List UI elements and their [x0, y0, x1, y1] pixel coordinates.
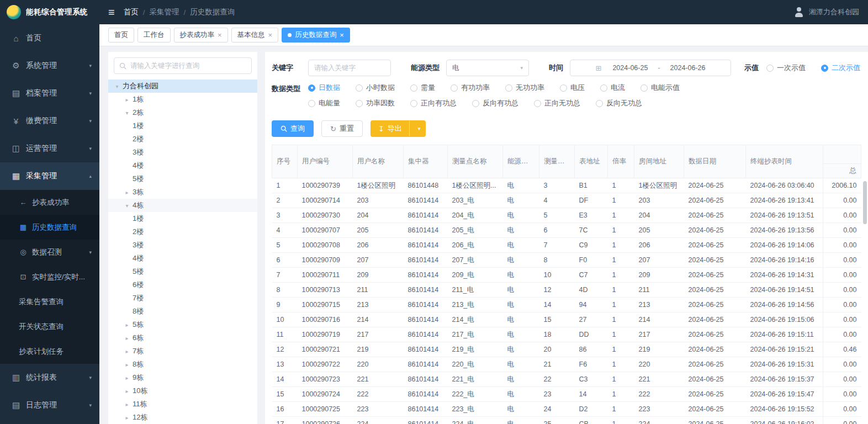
- chevron-right-icon[interactable]: ▸: [123, 322, 131, 328]
- sidebar-item-archive-mgmt[interactable]: ▤档案管理▾: [0, 80, 99, 107]
- table-row[interactable]: 4100029070720586101414205_电电67C12052024-…: [272, 223, 861, 238]
- sidebar-item-meter-read-rate[interactable]: ←抄表成功率: [0, 190, 99, 215]
- chevron-right-icon[interactable]: ▸: [123, 335, 131, 341]
- date-end-value[interactable]: 2024-06-26: [670, 64, 706, 72]
- tree-node[interactable]: 3楼: [108, 239, 257, 252]
- tree-node[interactable]: 6楼: [108, 278, 257, 292]
- table-row[interactable]: 110002907391楼公区照明861014481楼公区照明...电3B111…: [272, 178, 861, 193]
- sidebar-item-collection-alarm-query[interactable]: 采集告警查询: [0, 289, 99, 314]
- radio-forward-active-total[interactable]: 正向有功总: [410, 98, 457, 108]
- table-row[interactable]: 10100029071621486101414214_电电15271214202…: [272, 312, 861, 327]
- radio-forward-reactive-total[interactable]: 正向无功总: [534, 98, 580, 108]
- user-avatar-icon[interactable]: [793, 7, 805, 18]
- radio-day-data[interactable]: 日数据: [308, 83, 340, 93]
- tree-node[interactable]: 1楼: [108, 212, 257, 225]
- tree-node[interactable]: 2楼: [108, 225, 257, 239]
- breadcrumb-item[interactable]: 历史数据查询: [190, 7, 235, 17]
- tab-home[interactable]: 首页: [108, 28, 134, 43]
- sidebar-item-switch-status-query[interactable]: 开关状态查询: [0, 314, 99, 339]
- table-row[interactable]: 16100029072522386101414223_电电24D21223202…: [272, 402, 861, 417]
- table-row[interactable]: 12100029072121986101414219_电电20861219202…: [272, 342, 861, 357]
- chevron-right-icon[interactable]: ▸: [123, 97, 131, 103]
- tab-history-data-query[interactable]: 历史数据查询×: [282, 28, 350, 43]
- tree-node[interactable]: ▸1栋: [108, 93, 257, 106]
- sidebar-item-data-recall[interactable]: ◎数据召测▾: [0, 240, 99, 264]
- tree-node[interactable]: 3楼: [108, 146, 257, 159]
- tree-node[interactable]: ▸5栋: [108, 318, 257, 331]
- breadcrumb-item[interactable]: 首页: [124, 7, 139, 17]
- table-row[interactable]: 17100029072622486101414224_电电25CB1224202…: [272, 417, 861, 424]
- export-button[interactable]: ↧ 导出: [371, 121, 410, 136]
- date-range-picker[interactable]: ⊞ 2024-06-25 - 2024-06-26: [570, 60, 731, 76]
- sidebar-item-history-data-query[interactable]: ▦历史数据查询: [0, 215, 99, 240]
- sidebar-item-home[interactable]: ⌂首页: [0, 24, 99, 52]
- tree-node[interactable]: ▾力合科创园: [108, 80, 257, 93]
- table-row[interactable]: 5100029070820686101414206_电电7C912062024-…: [272, 238, 861, 253]
- radio-reverse-reactive-total[interactable]: 反向无功总: [596, 98, 642, 108]
- tree-node[interactable]: 7楼: [108, 292, 257, 305]
- tab-basic-info[interactable]: 基本信息×: [231, 28, 279, 43]
- tree-node[interactable]: ▾2栋: [108, 106, 257, 119]
- chevron-down-icon[interactable]: ▾: [123, 110, 131, 116]
- table-row[interactable]: 7100029071120986101414209_电电10C712092024…: [272, 268, 861, 283]
- radio-power-factor[interactable]: 功率因数: [356, 98, 395, 108]
- radio-hour-data[interactable]: 小时数据: [356, 83, 395, 93]
- sidebar-item-stats-report[interactable]: ▥统计报表▾: [0, 364, 99, 391]
- radio-active-power[interactable]: 有功功率: [451, 83, 490, 93]
- energy-type-select[interactable]: 电 ▾: [446, 60, 529, 76]
- user-name[interactable]: 湘潭力合科创园: [809, 7, 859, 17]
- date-start-value[interactable]: 2024-06-25: [612, 64, 648, 72]
- chevron-right-icon[interactable]: ▸: [123, 415, 131, 421]
- tree-node[interactable]: 2楼: [108, 132, 257, 146]
- tree-node[interactable]: ▸12栋: [108, 411, 257, 424]
- radio-primary-reading[interactable]: 一次示值: [766, 63, 806, 73]
- table-row[interactable]: 6100029070920786101414207_电电8F012072024-…: [272, 253, 861, 268]
- tree-node[interactable]: 5楼: [108, 172, 257, 186]
- reset-button[interactable]: ↻ 重置: [321, 120, 363, 137]
- tree-search-input[interactable]: [130, 62, 246, 70]
- sidebar-item-system-mgmt[interactable]: ⚙系统管理▾: [0, 52, 99, 80]
- tree-node[interactable]: ▸10栋: [108, 384, 257, 398]
- close-icon[interactable]: ×: [218, 31, 222, 39]
- tree-node[interactable]: ▸8栋: [108, 358, 257, 371]
- chevron-right-icon[interactable]: ▸: [123, 401, 131, 407]
- sidebar-item-collection-mgmt[interactable]: ▦采集管理▴: [0, 162, 99, 190]
- keyword-input[interactable]: [308, 60, 391, 76]
- tab-meter-read-rate[interactable]: 抄表成功率×: [174, 28, 228, 43]
- table-row[interactable]: 3100029073020486101414204_电电5E312042024-…: [272, 208, 861, 223]
- chevron-right-icon[interactable]: ▸: [123, 375, 131, 381]
- table-row[interactable]: 9100029071521386101414213_电电149412132024…: [272, 298, 861, 312]
- breadcrumb-item[interactable]: 采集管理: [149, 7, 179, 17]
- sidebar-item-log-mgmt[interactable]: ▤日志管理▾: [0, 391, 99, 419]
- sidebar-item-realtime-monitor[interactable]: ⊡实时监控/实时...: [0, 264, 99, 289]
- radio-current[interactable]: 电流: [600, 83, 625, 93]
- radio-energy-reading[interactable]: 电能示值: [641, 83, 680, 93]
- radio-voltage[interactable]: 电压: [560, 83, 585, 93]
- chevron-down-icon[interactable]: ▾: [123, 203, 131, 209]
- tree-node[interactable]: 1楼: [108, 119, 257, 132]
- sidebar-item-operation-mgmt[interactable]: ◫运营管理▾: [0, 135, 99, 162]
- radio-secondary-reading[interactable]: 二次示值: [821, 63, 860, 73]
- table-row[interactable]: 11100029071921786101414217_电电18DD1217202…: [272, 327, 861, 342]
- chevron-right-icon[interactable]: ▸: [123, 388, 131, 394]
- tab-workbench[interactable]: 工作台: [137, 28, 171, 43]
- tree-node[interactable]: 4楼: [108, 159, 257, 172]
- tree-node[interactable]: 5楼: [108, 265, 257, 278]
- table-row[interactable]: 14100029072322186101414221_电电22C31221202…: [272, 372, 861, 387]
- vertical-scrollbar[interactable]: [863, 181, 867, 224]
- tree-node[interactable]: ▸7栋: [108, 344, 257, 358]
- close-icon[interactable]: ×: [340, 31, 344, 39]
- tree-node[interactable]: 4楼: [108, 252, 257, 265]
- tree-node[interactable]: 8楼: [108, 305, 257, 318]
- sidebar-item-payment-mgmt[interactable]: ¥缴费管理▾: [0, 107, 99, 135]
- chevron-right-icon[interactable]: ▸: [123, 362, 131, 368]
- menu-collapse-icon[interactable]: ≡: [108, 7, 115, 18]
- radio-demand[interactable]: 需量: [410, 83, 435, 93]
- table-row[interactable]: 13100029072222086101414220_电电21F61220202…: [272, 357, 861, 372]
- tree-node[interactable]: ▸11栋: [108, 398, 257, 411]
- table-row[interactable]: 8100029071321186101414211_电电124D12112024…: [272, 283, 861, 298]
- table-row[interactable]: 2100029071420386101414203_电电4DF12032024-…: [272, 193, 861, 208]
- radio-energy-amount[interactable]: 电能量: [308, 98, 340, 108]
- tree-node[interactable]: ▸6栋: [108, 331, 257, 344]
- chevron-right-icon[interactable]: ▸: [123, 189, 131, 195]
